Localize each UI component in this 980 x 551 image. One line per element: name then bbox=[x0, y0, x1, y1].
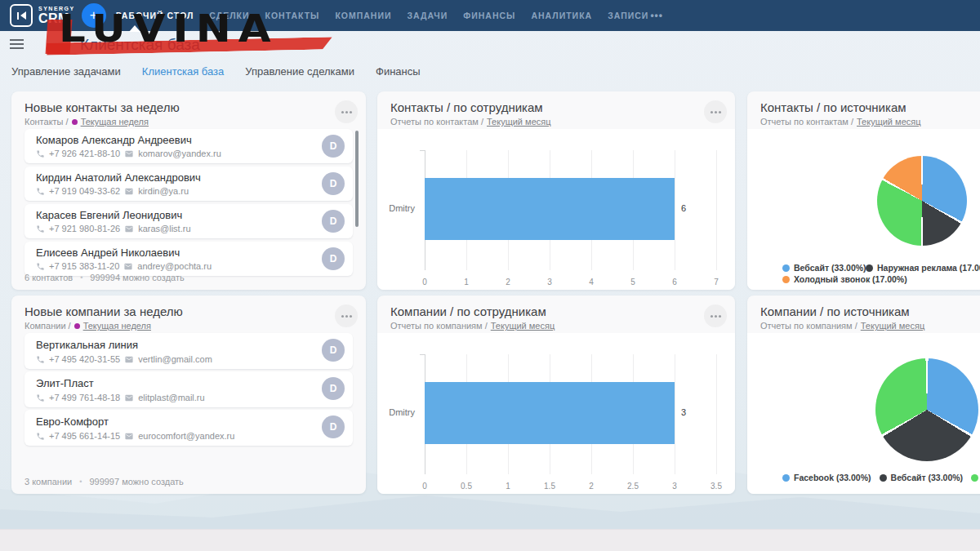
tab[interactable]: Управление задачами bbox=[11, 65, 121, 78]
card-new-contacts: Новые контакты за неделю Контакты / Теку… bbox=[11, 91, 366, 290]
card-menu-button[interactable] bbox=[335, 100, 358, 123]
filter-link[interactable]: Текущая неделя bbox=[83, 321, 151, 331]
hamburger-menu-icon[interactable] bbox=[10, 39, 24, 51]
filter-link[interactable]: Текущий месяц bbox=[861, 321, 925, 331]
legend-label: Холодный звонок (17.00%) bbox=[794, 274, 907, 284]
bar-value-label: 6 bbox=[681, 203, 686, 213]
bottom-strip bbox=[0, 529, 980, 551]
filter-link[interactable]: Текущий месяц bbox=[491, 321, 555, 331]
list-item[interactable]: Комаров Александр Андреевич+7 926 421-88… bbox=[24, 129, 353, 163]
item-phone: +7 915 383-11-20 bbox=[49, 261, 119, 271]
item-email: karas@list.ru bbox=[138, 224, 190, 233]
footer-count: 3 компании bbox=[24, 477, 72, 487]
item-email: eurocomfort@yandex.ru bbox=[138, 431, 234, 441]
filter-dot-icon bbox=[74, 323, 80, 329]
item-phone: +7 495 420-31-55 bbox=[49, 354, 120, 364]
brand-bottom: CRM bbox=[38, 12, 75, 25]
card-title: Контакты / по источникам bbox=[760, 101, 980, 113]
list-item[interactable]: Элит-Пласт+7 499 761-48-18elitplast@mail… bbox=[24, 371, 353, 407]
breadcrumb: Контакты / bbox=[24, 117, 69, 127]
legend-item[interactable]: Холодный звонок (17.00%) bbox=[782, 274, 866, 284]
item-email: kirdin@ya.ru bbox=[138, 186, 189, 196]
email-icon bbox=[124, 393, 134, 402]
nav-item[interactable]: КОНТАКТЫ bbox=[265, 11, 320, 20]
card-title: Контакты / по сотрудникам bbox=[390, 101, 722, 113]
list-item[interactable]: Кирдин Анатолий Александрович+7 919 049-… bbox=[24, 167, 353, 201]
legend-item[interactable]: Наружная реклама (17.00%) bbox=[866, 263, 980, 273]
page-title: Клиентская база bbox=[80, 36, 200, 54]
nav-item[interactable]: КОМПАНИИ bbox=[335, 11, 391, 20]
card-menu-button[interactable] bbox=[335, 304, 358, 327]
nav-item[interactable]: АНАЛИТИКА bbox=[531, 11, 592, 20]
item-name: Элит-Пласт bbox=[36, 377, 94, 389]
pie-chart: Вебсайт (33.00%)Наружная реклама (17.00%… bbox=[747, 129, 980, 290]
phone-icon bbox=[36, 224, 45, 233]
item-phone: +7 499 761-48-18 bbox=[49, 393, 120, 402]
x-axis-tick-label: 2.5 bbox=[627, 482, 639, 491]
footer-separator: • bbox=[80, 273, 82, 282]
breadcrumb: Компании / bbox=[24, 321, 71, 331]
legend-dot-icon bbox=[971, 474, 978, 482]
legend-label: Наружная реклама (17.00%) bbox=[877, 263, 980, 273]
legend-item[interactable]: Facebook (33.00%) bbox=[782, 473, 871, 482]
x-axis-tick-label: 5 bbox=[630, 278, 635, 287]
card-companies-by-source: Компании / по источникам Отчеты по компа… bbox=[747, 295, 980, 494]
phone-icon bbox=[36, 393, 45, 402]
card-menu-button[interactable] bbox=[704, 100, 727, 123]
y-axis-category-label: Dmitry bbox=[389, 203, 415, 213]
legend-dot-icon bbox=[782, 474, 790, 482]
x-axis-tick-label: 1.5 bbox=[544, 482, 555, 491]
legend-label: Facebook (33.00%) bbox=[794, 473, 871, 482]
item-phone: +7 919 049-33-62 bbox=[49, 186, 120, 196]
item-name: Вертикальная линия bbox=[36, 339, 138, 351]
tab[interactable]: Финансы bbox=[376, 65, 421, 78]
y-axis-category-label: Dmitry bbox=[389, 407, 415, 417]
list-item[interactable]: Карасев Евгений Леонидович+7 921 980-81-… bbox=[24, 204, 353, 238]
app-logo-icon bbox=[10, 4, 33, 27]
footer-count: 6 контактов bbox=[24, 273, 73, 282]
gridline bbox=[716, 354, 717, 474]
filter-link[interactable]: Текущий месяц bbox=[857, 117, 921, 127]
list-item[interactable]: Евро-Комфорт+7 495 661-14-15eurocomfort@… bbox=[24, 410, 353, 446]
quick-add-button[interactable]: + bbox=[82, 3, 106, 28]
filter-link[interactable]: Текущая неделя bbox=[81, 117, 149, 127]
legend-item[interactable]: Нар bbox=[971, 473, 980, 482]
gridline bbox=[675, 150, 675, 270]
x-axis-tick-label: 2 bbox=[589, 482, 594, 491]
x-axis-tick-label: 1 bbox=[506, 482, 510, 491]
breadcrumb: Отчеты по контактам / bbox=[390, 117, 483, 127]
x-axis-tick-label: 3 bbox=[547, 278, 552, 287]
tab[interactable]: Клиентская база bbox=[142, 65, 224, 78]
legend-dot-icon bbox=[880, 474, 887, 482]
email-icon bbox=[124, 355, 134, 364]
nav-item[interactable]: СДЕЛКИ bbox=[209, 11, 249, 20]
scrollbar[interactable] bbox=[355, 131, 359, 227]
axis-tick bbox=[420, 354, 425, 355]
nav-item[interactable]: ФИНАНСЫ bbox=[463, 11, 515, 20]
nav-item[interactable]: ЗАПИСИ bbox=[608, 11, 648, 20]
filter-link[interactable]: Текущий месяц bbox=[487, 117, 551, 127]
nav-item[interactable]: РАБОЧИЙ СТОЛ bbox=[116, 11, 194, 20]
gridline bbox=[675, 354, 675, 474]
item-name: Евро-Комфорт bbox=[36, 415, 109, 428]
list-item[interactable]: Елисеев Андрей Николаевич+7 915 383-11-2… bbox=[24, 242, 353, 276]
bar bbox=[425, 178, 675, 240]
list-item[interactable]: Вертикальная линия+7 495 420-31-55vertli… bbox=[24, 333, 353, 369]
avatar: D bbox=[322, 339, 345, 362]
footer-separator: • bbox=[79, 478, 82, 486]
tab[interactable]: Управление сделками bbox=[245, 65, 354, 78]
legend-label: Вебсайт (33.00%) bbox=[891, 473, 964, 482]
legend-item[interactable]: Вебсайт (33.00%) bbox=[880, 473, 964, 482]
nav-item[interactable]: ЗАДАЧИ bbox=[408, 11, 448, 20]
item-email: komarov@yandex.ru bbox=[138, 149, 221, 158]
nav-more-button[interactable]: ••• bbox=[650, 10, 663, 21]
pie-chart: Facebook (33.00%)Вебсайт (33.00%)Нар bbox=[747, 333, 980, 494]
legend-item[interactable]: Вебсайт (33.00%) bbox=[782, 263, 866, 273]
email-icon bbox=[124, 432, 134, 441]
item-email: vertlin@gmail.com bbox=[138, 354, 212, 364]
x-axis-tick-label: 4 bbox=[589, 278, 594, 287]
card-menu-button[interactable] bbox=[704, 304, 727, 327]
card-new-companies: Новые компании за неделю Компании / Теку… bbox=[11, 295, 366, 494]
card-title: Компании / по источникам bbox=[760, 305, 980, 318]
avatar: D bbox=[322, 135, 345, 158]
